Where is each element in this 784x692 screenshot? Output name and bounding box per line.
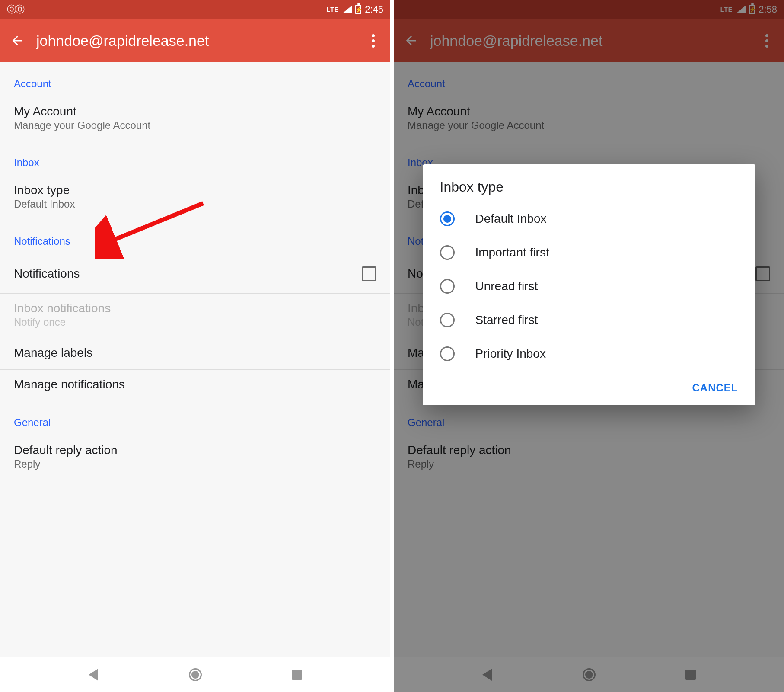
radio-button[interactable] <box>440 279 455 294</box>
app-bar: johndoe@rapidrelease.net <box>0 19 390 62</box>
item-inbox-notifications: Inbox notifications Notify once <box>0 294 390 338</box>
checkbox <box>755 266 770 281</box>
dot-icon <box>372 34 375 37</box>
dot-icon <box>765 39 768 42</box>
dialog-actions: CANCEL <box>423 371 755 400</box>
section-label-general: General <box>0 401 390 436</box>
radio-label: Default Inbox <box>475 212 547 226</box>
page-title: johndoe@rapidrelease.net <box>430 32 758 49</box>
phone-right: LTE ⚡ 2:58 johndoe@rapidrelease.net Acco… <box>392 0 784 692</box>
item-subtitle: Reply <box>14 458 376 470</box>
nav-bar <box>0 657 390 692</box>
battery-icon: ⚡ <box>355 5 361 14</box>
square-recent-icon <box>292 670 302 680</box>
clock: 2:58 <box>759 4 777 15</box>
network-indicator: LTE <box>327 6 339 13</box>
radio-label: Unread first <box>475 279 538 293</box>
radio-option-starred-first[interactable]: Starred first <box>423 303 755 337</box>
back-button[interactable] <box>402 32 420 49</box>
item-subtitle: Reply <box>408 458 770 470</box>
radio-option-important-first[interactable]: Important first <box>423 236 755 269</box>
network-indicator: LTE <box>720 6 733 13</box>
nav-home-button[interactable] <box>187 666 204 683</box>
back-button[interactable] <box>9 32 26 49</box>
battery-icon: ⚡ <box>749 5 755 14</box>
page-title: johndoe@rapidrelease.net <box>36 32 364 49</box>
phone-left: ⓞⓞ LTE ⚡ 2:45 johndoe@rapidrelease.net A… <box>0 0 392 692</box>
dot-icon <box>765 34 768 37</box>
checkbox[interactable] <box>362 266 376 281</box>
item-title: Notifications <box>14 267 80 281</box>
square-recent-icon <box>685 670 696 680</box>
radio-label: Priority Inbox <box>475 347 546 361</box>
signal-icon <box>342 6 352 13</box>
circle-home-icon <box>189 668 202 681</box>
arrow-back-icon <box>404 33 418 48</box>
item-default-reply-action[interactable]: Default reply action Reply <box>0 436 390 480</box>
clock: 2:45 <box>365 4 383 15</box>
nav-bar <box>394 657 784 692</box>
dot-icon <box>765 45 768 48</box>
item-title: Manage notifications <box>14 378 376 391</box>
item-my-account: My Account Manage your Google Account <box>394 97 784 141</box>
section-label-notifications: Notifications <box>0 220 390 254</box>
arrow-back-icon <box>10 33 25 48</box>
overflow-menu-button[interactable] <box>364 34 382 48</box>
circle-home-icon <box>583 668 596 681</box>
nav-home-button[interactable] <box>580 666 598 683</box>
radio-option-default-inbox[interactable]: Default Inbox <box>423 202 755 236</box>
cancel-button[interactable]: CANCEL <box>687 378 743 397</box>
section-label-account: Account <box>394 62 784 97</box>
item-manage-labels[interactable]: Manage labels <box>0 338 390 369</box>
item-title: My Account <box>408 105 770 119</box>
app-bar: johndoe@rapidrelease.net <box>394 19 784 62</box>
dot-icon <box>372 45 375 48</box>
radio-button[interactable] <box>440 346 455 361</box>
radio-option-priority-inbox[interactable]: Priority Inbox <box>423 337 755 371</box>
nav-back-button[interactable] <box>85 666 102 683</box>
radio-label: Important first <box>475 246 549 260</box>
overflow-menu-button[interactable] <box>758 34 775 48</box>
item-default-reply-action: Default reply action Reply <box>394 436 784 480</box>
item-title: Default reply action <box>408 443 770 457</box>
item-title: Inbox notifications <box>14 301 376 315</box>
section-label-account: Account <box>0 62 390 97</box>
item-subtitle: Manage your Google Account <box>408 119 770 131</box>
item-subtitle: Notify once <box>14 316 376 328</box>
radio-option-unread-first[interactable]: Unread first <box>423 269 755 303</box>
item-subtitle: Manage your Google Account <box>14 119 376 131</box>
radio-button[interactable] <box>440 245 455 260</box>
radio-label: Starred first <box>475 313 538 327</box>
inbox-type-dialog: Inbox type Default Inbox Important first… <box>423 164 755 405</box>
item-title: My Account <box>14 105 376 119</box>
signal-icon <box>736 6 746 13</box>
settings-list[interactable]: Account My Account Manage your Google Ac… <box>0 62 390 657</box>
item-title: Manage labels <box>14 346 376 360</box>
dot-icon <box>372 39 375 42</box>
section-label-general: General <box>394 401 784 436</box>
radio-button[interactable] <box>440 211 455 226</box>
nav-recent-button[interactable] <box>288 666 306 683</box>
nav-recent-button[interactable] <box>682 666 699 683</box>
status-bar: LTE ⚡ 2:58 <box>394 0 784 19</box>
item-title: Default reply action <box>14 443 376 457</box>
radio-button[interactable] <box>440 313 455 327</box>
divider <box>0 480 390 480</box>
item-manage-notifications[interactable]: Manage notifications <box>0 370 390 401</box>
item-notifications-toggle[interactable]: Notifications <box>0 254 390 293</box>
status-bar: ⓞⓞ LTE ⚡ 2:45 <box>0 0 390 19</box>
nav-back-button[interactable] <box>478 666 496 683</box>
dialog-title: Inbox type <box>423 164 755 202</box>
item-my-account[interactable]: My Account Manage your Google Account <box>0 97 390 141</box>
triangle-back-icon <box>89 669 98 681</box>
item-subtitle: Default Inbox <box>14 198 376 210</box>
triangle-back-icon <box>482 669 492 681</box>
item-title: Inbox type <box>14 183 376 197</box>
section-label-inbox: Inbox <box>0 141 390 176</box>
item-inbox-type[interactable]: Inbox type Default Inbox <box>0 176 390 220</box>
voicemail-icon: ⓞⓞ <box>7 3 23 16</box>
